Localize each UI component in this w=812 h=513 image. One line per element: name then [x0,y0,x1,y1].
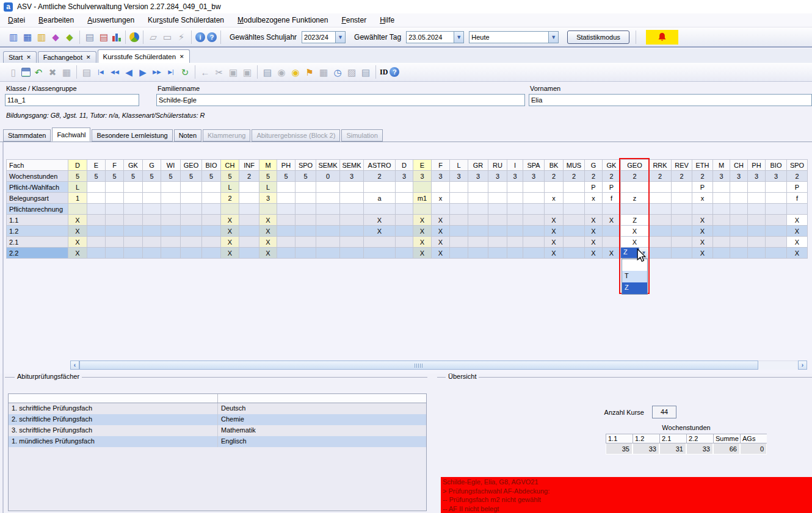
grid-cell[interactable] [468,182,488,193]
grid-cell[interactable] [396,226,413,237]
grid-cell[interactable]: P [692,182,713,193]
grid-cell[interactable] [468,215,488,226]
column-header[interactable]: SPA [523,160,545,171]
grid-cell[interactable] [748,182,766,193]
grid-cell[interactable]: 2 [545,171,564,182]
grid-cell[interactable]: 1 [68,193,87,204]
grid-cell[interactable]: X [692,215,713,226]
grid-cell[interactable] [523,226,545,237]
grid-cell[interactable] [748,215,766,226]
scroll-left-button[interactable]: ‹ [70,361,79,370]
grid-cell[interactable] [316,237,340,248]
column-header[interactable]: WI [161,160,181,171]
grid-cell[interactable] [295,215,316,226]
grid-cell[interactable] [68,204,87,215]
modules-icon[interactable]: ▱ [147,31,159,43]
close-icon[interactable]: ✕ [86,54,91,60]
grid-cell[interactable] [730,193,748,204]
first-record-icon[interactable]: |◀ [95,66,107,78]
column-header[interactable]: GK [124,160,143,171]
column-header[interactable]: D [68,160,87,171]
grid-cell[interactable] [277,248,295,259]
last-record-icon[interactable]: ▶| [165,66,177,78]
grid-cell[interactable]: X [68,215,87,226]
grid-cell[interactable] [340,204,364,215]
grid-cell[interactable] [396,237,413,248]
grid-cell[interactable] [450,226,468,237]
column-header[interactable]: BIO [202,160,221,171]
grid-cell[interactable] [730,237,748,248]
column-header[interactable]: PH [748,160,766,171]
grid-cell[interactable]: 5 [68,171,87,182]
abitur-row[interactable]: 1. schriftliche PrüfungsfachDeutsch [9,403,426,414]
grid-cell[interactable]: 2 [621,171,649,182]
grid-cell[interactable]: 3 [488,171,507,182]
menu-item-bearbeiten[interactable]: Bearbeiten [33,15,79,26]
fast-next-icon[interactable]: ▶▶ [151,66,163,78]
grid-cell[interactable]: 3 [748,171,766,182]
grid-cell[interactable] [507,248,523,259]
dropdown-option[interactable] [622,259,647,271]
disc-icon[interactable]: ◉ [275,66,288,78]
grid-cell[interactable] [672,193,692,204]
grid-cell[interactable]: 5 [87,171,106,182]
grid-cell[interactable]: 5 [143,171,161,182]
grid-cell[interactable]: 5 [221,171,239,182]
grid-cell[interactable]: X [221,226,239,237]
row-label[interactable]: 2.2 [7,248,68,259]
grid-cell[interactable] [143,182,161,193]
grid-cell[interactable] [748,204,766,215]
grid-cell[interactable] [316,193,340,204]
grid-cell[interactable] [364,237,396,248]
grid-cell[interactable] [748,248,766,259]
grid-cell[interactable] [468,204,488,215]
grid-cell[interactable]: X [432,248,450,259]
detail-tab-noten[interactable]: Noten [174,129,201,142]
window-action-icon[interactable]: ▭ [161,31,173,43]
grid-cell[interactable] [202,237,221,248]
statistics-chart-icon[interactable] [112,32,121,41]
refresh-icon[interactable]: ↻ [179,66,191,78]
grid-cell[interactable]: 3 [396,171,413,182]
grid-cell[interactable]: X [413,248,432,259]
reminder-bell-icon[interactable]: ⚑ [303,66,316,78]
grid-cell[interactable] [649,204,672,215]
dropdown-option[interactable]: T [622,271,647,282]
column-header[interactable]: GR [468,160,488,171]
row-label[interactable]: 1.1 [7,215,68,226]
grid-cell[interactable]: X [787,237,808,248]
column-header[interactable]: MUS [564,160,585,171]
grid-cell[interactable] [124,182,143,193]
grid-cell[interactable]: X [259,248,277,259]
report-green-icon[interactable]: ◆ [63,31,76,43]
grid-cell[interactable]: L [259,182,277,193]
grid-cell[interactable] [202,215,221,226]
grid-cell[interactable]: X [585,226,603,237]
grid-cell[interactable] [295,204,316,215]
menu-item-auswertungen[interactable]: Auswertungen [82,15,140,26]
grid-cell[interactable] [340,182,364,193]
grid-cell[interactable] [692,204,713,215]
grid-cell[interactable] [87,237,106,248]
chevron-down-icon[interactable]: ▼ [335,31,346,43]
grid-cell[interactable]: 2 [649,171,672,182]
grid-cell[interactable]: X [603,215,621,226]
grid-cell[interactable]: L [68,182,87,193]
column-header[interactable]: G [585,160,603,171]
fast-previous-icon[interactable]: ◀◀ [109,66,121,78]
grid-cell[interactable] [340,193,364,204]
menu-item-modulbezogene-funktionen[interactable]: Modulbezogene Funktionen [232,15,333,26]
grid-cell[interactable] [106,182,124,193]
grid-cell[interactable] [316,248,340,259]
row-label[interactable]: 1.2 [7,226,68,237]
grid-cell[interactable] [488,215,507,226]
row-label[interactable]: Wochenstunden [7,171,68,182]
grid-cell[interactable]: X [787,248,808,259]
grid-cell[interactable] [507,215,523,226]
menu-item-hilfe[interactable]: Hilfe [374,15,400,26]
grid-cell[interactable]: X [432,226,450,237]
column-header[interactable]: SPO [787,160,808,171]
grid-cell[interactable] [730,248,748,259]
alert-indicator[interactable] [646,30,678,45]
pupils-icon[interactable]: ▥ [7,31,20,43]
